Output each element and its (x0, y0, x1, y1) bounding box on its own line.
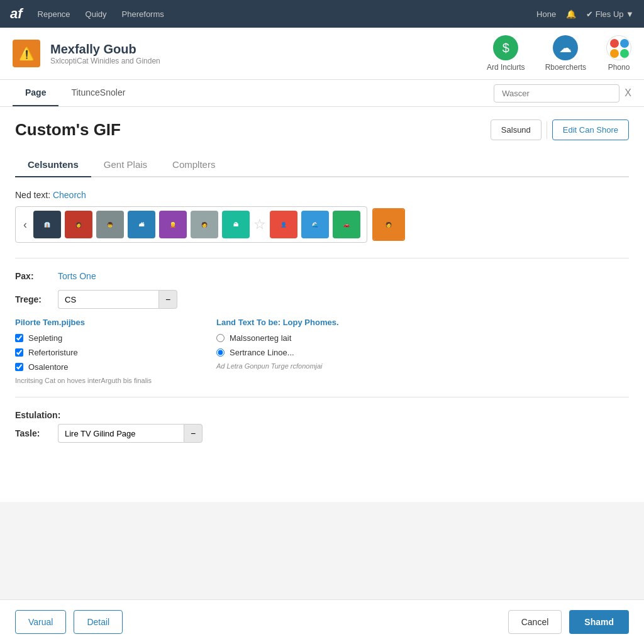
ned-text-label: Ned text: (15, 190, 50, 200)
cheorch-link[interactable]: Cheorch (53, 190, 86, 200)
top-nav-links: Repence Quidy Phereforms (38, 9, 536, 19)
carousel-item-1[interactable]: 👔 (33, 211, 61, 238)
main-content: Custom's GIF Salsund Edit Can Shore Cels… (0, 107, 644, 502)
button-divider (547, 121, 547, 139)
page-tabs-bar: Page TitunceSnoler X (0, 80, 644, 107)
phono-label: Phono (608, 63, 630, 72)
carousel-item-2[interactable]: 👩 (65, 211, 92, 238)
org-name: Mexfally Goub (50, 42, 477, 57)
carousel-item-3[interactable]: 👦 (96, 211, 124, 238)
action-ard-inclurts[interactable]: $ Ard Inclurts (487, 35, 525, 72)
rboercherts-icon: ☁ (553, 35, 578, 60)
tab-search-input[interactable] (494, 84, 619, 103)
trege-input-group: − (58, 290, 177, 309)
tasle-label: Tasle: (15, 428, 53, 438)
checkbox-sepleting-input[interactable] (15, 334, 23, 342)
page-header: Custom's GIF Salsund Edit Can Shore (15, 119, 629, 140)
tab-page[interactable]: Page (13, 80, 58, 106)
ard-inclurts-label: Ard Inclurts (487, 63, 525, 72)
checkbox-osalentore-label: Osalentore (28, 362, 69, 372)
carousel-container: ‹ 👔 👩 👦 🏙 👱 🧑 🏔 ☆ (15, 206, 367, 243)
radio-malssonerteg-label: Malssonerteg lait (230, 333, 291, 343)
trege-row: Trege: − (15, 290, 629, 309)
radio-sertrance-input[interactable] (216, 348, 225, 357)
col-right-header: Land Text To be: Lopy Phomes. (216, 318, 629, 327)
tasle-input[interactable] (58, 424, 184, 443)
col-right-note: Ad Letra Gonpun Turge rcfonomjai (216, 362, 629, 370)
checkbox-osalentore-input[interactable] (15, 363, 23, 371)
pax-label: Pax: (15, 271, 53, 281)
carousel-item-6[interactable]: 🧑 (191, 211, 218, 238)
estulation-label: Estulation: (15, 410, 629, 420)
carousel-selected-item[interactable]: 🧑 (372, 208, 405, 241)
carousel-item-4[interactable]: 🏙 (128, 211, 155, 238)
action-phono[interactable]: Phono (606, 35, 631, 72)
checkbox-sepleting: Sepleting (15, 333, 191, 343)
nav-bell-icon[interactable]: 🔔 (566, 9, 576, 19)
section-tab-gent-plais[interactable]: Gent Plais (91, 153, 160, 177)
col-left: Pilorte Tem.pijbes Sepleting Refertorist… (15, 318, 191, 384)
trege-label: Trege: (15, 294, 53, 304)
divider-1 (15, 258, 629, 258)
carousel-item-5[interactable]: 👱 (159, 211, 187, 238)
salsund-button[interactable]: Salsund (491, 119, 541, 140)
search-label-row: Ned text: Cheorch (15, 190, 629, 200)
section-tab-complters[interactable]: Complters (160, 153, 228, 177)
section-tab-celsuntens[interactable]: Celsuntens (15, 153, 91, 177)
col-left-note: Incritsing Cat on hoves interArguth bis … (15, 377, 191, 384)
nav-link-phereforms[interactable]: Phereforms (122, 9, 164, 19)
org-header: ⚠️ Mexfally Goub SxlcoptiCat Winidles an… (0, 28, 644, 80)
tasle-minus-button[interactable]: − (184, 424, 203, 443)
carousel-next[interactable]: › (364, 218, 367, 231)
nav-hone[interactable]: Hone (536, 9, 556, 19)
nav-link-repence[interactable]: Repence (38, 9, 70, 19)
tasle-row: Tasle: − (15, 424, 629, 443)
tasle-input-group: − (58, 424, 203, 443)
org-subtitle: SxlcoptiCat Winidles and Ginden (50, 57, 477, 65)
radio-malssonerteg: Malssonerteg lait (216, 333, 629, 343)
carousel-item-9[interactable]: 🌊 (301, 211, 329, 238)
checkbox-refertoristure: Refertoristure (15, 348, 191, 357)
tab-tituncesnoler[interactable]: TitunceSnoler (58, 80, 138, 106)
phono-icon (606, 35, 631, 60)
col-left-header: Pilorte Tem.pijbes (15, 318, 191, 327)
radio-malssonerteg-input[interactable] (216, 334, 225, 342)
page-header-buttons: Salsund Edit Can Shore (491, 119, 629, 140)
section-tabs: Celsuntens Gent Plais Complters (15, 153, 629, 177)
top-nav-logo: af (10, 6, 23, 22)
carousel-item-7[interactable]: 🏔 (222, 211, 250, 238)
trege-input[interactable] (58, 290, 158, 309)
pax-value-link[interactable]: Torts One (58, 271, 96, 281)
carousel-prev[interactable]: ‹ (21, 218, 30, 231)
carousel-star[interactable]: ☆ (253, 211, 266, 238)
page-title: Custom's GIF (15, 120, 121, 140)
checkbox-osalentore: Osalentore (15, 362, 191, 372)
top-nav: af Repence Quidy Phereforms Hone 🔔 ✔ Fle… (0, 0, 644, 28)
tab-search-area: X (138, 84, 631, 103)
top-nav-right: Hone 🔔 ✔ Fles Up ▼ (536, 9, 634, 19)
pax-row: Pax: Torts One (15, 271, 629, 281)
ard-inclurts-icon: $ (493, 35, 518, 60)
nav-link-quidy[interactable]: Quidy (86, 9, 107, 19)
carousel-item-10[interactable]: 🚗 (333, 211, 360, 238)
radio-sertrance-label: Sertrance Linoe... (230, 348, 294, 357)
edit-can-shore-button[interactable]: Edit Can Shore (552, 119, 629, 140)
checkbox-refertoristure-input[interactable] (15, 348, 23, 357)
two-col-section: Pilorte Tem.pijbes Sepleting Refertorist… (15, 318, 629, 384)
nav-fles-up[interactable]: ✔ Fles Up ▼ (586, 9, 634, 19)
radio-sertrance: Sertrance Linoe... (216, 348, 629, 357)
divider-2 (15, 397, 629, 397)
col-right: Land Text To be: Lopy Phomes. Malssonert… (216, 318, 629, 384)
org-logo-icon: ⚠️ (13, 40, 40, 67)
carousel-item-8[interactable]: 👤 (270, 211, 297, 238)
tab-close-button[interactable]: X (625, 87, 631, 99)
action-rboercherts[interactable]: ☁ Rboercherts (545, 35, 586, 72)
trege-minus-button[interactable]: − (158, 290, 177, 309)
org-info: Mexfally Goub SxlcoptiCat Winidles and G… (50, 42, 477, 65)
checkbox-refertoristure-label: Refertoristure (28, 348, 78, 357)
checkbox-sepleting-label: Sepleting (28, 333, 62, 343)
carousel-wrapper: ‹ 👔 👩 👦 🏙 👱 🧑 🏔 ☆ (15, 206, 629, 243)
rboercherts-label: Rboercherts (545, 63, 586, 72)
header-actions: $ Ard Inclurts ☁ Rboercherts Phono (487, 35, 631, 72)
